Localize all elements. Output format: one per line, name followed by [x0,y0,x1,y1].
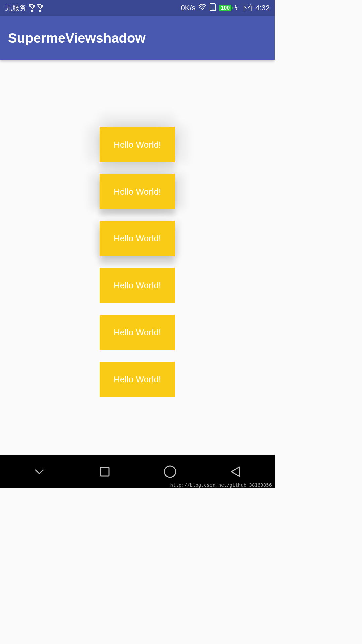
card-label: Hello World! [114,280,161,291]
watermark-text: http://blog.csdn.net/github_38163856 [170,482,272,488]
clock-time: 下午4:32 [241,3,270,13]
status-right: 0K/s 100 ϟ 下午4:32 [181,3,270,13]
card-label: Hello World! [114,140,161,150]
card-label: Hello World! [114,233,161,244]
app-bar: SupermeViewshadow [0,16,275,60]
battery-level: 100 [221,5,230,11]
hide-keyboard-button[interactable] [31,464,47,480]
card-label: Hello World! [114,186,161,197]
usb-icon [37,3,43,13]
shadow-card[interactable]: Hello World! [100,174,175,209]
service-text: 无服务 [5,3,27,13]
card-label: Hello World! [114,327,161,338]
battery-indicator: 100 [219,5,231,11]
home-button[interactable] [162,464,178,480]
svg-point-0 [202,9,203,10]
shadow-card[interactable]: Hello World! [100,315,175,350]
card-label: Hello World! [114,374,161,385]
back-button[interactable] [227,464,243,480]
shadow-card[interactable]: Hello World! [100,127,175,162]
usb-icon [29,3,35,13]
data-rate: 0K/s [181,4,195,12]
app-title: SupermeViewshadow [8,31,146,46]
wifi-icon [198,3,207,13]
svg-rect-3 [100,467,109,476]
shadow-card[interactable]: Hello World! [100,221,175,256]
svg-point-2 [213,9,214,10]
recent-apps-button[interactable] [97,464,113,480]
shadow-card[interactable]: Hello World! [100,362,175,397]
svg-point-4 [164,466,176,477]
sim-alert-icon [209,3,216,13]
content-area: Hello World! Hello World! Hello World! H… [0,60,275,397]
shadow-card[interactable]: Hello World! [100,268,175,303]
status-bar: 无服务 0K/s 100 ϟ 下午4:32 [0,0,275,16]
lightning-icon: ϟ [234,4,238,12]
svg-marker-5 [231,467,239,476]
status-left: 无服务 [5,3,43,13]
